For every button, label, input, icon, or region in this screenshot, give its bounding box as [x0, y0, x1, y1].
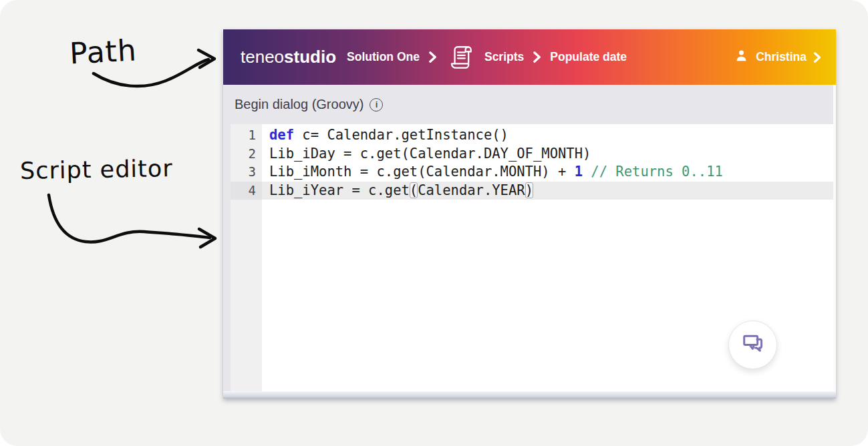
path-annotation-label: Path	[69, 33, 138, 70]
code-text[interactable]: Lib_iDay = c.get(Calendar.DAY_OF_MONTH)	[262, 145, 833, 164]
scroll-icon	[446, 43, 475, 71]
script-editor-arrow	[49, 195, 210, 242]
window-bottom-bar	[223, 391, 836, 399]
screenshot-card: Path Script editor teneostudio Solution …	[0, 0, 868, 446]
breadcrumb-scripts[interactable]: Scripts	[484, 50, 524, 64]
app-header: teneostudio Solution One	[223, 29, 836, 85]
chat-button[interactable]	[728, 320, 777, 369]
editor-title: Begin dialog (Groovy)	[235, 97, 364, 112]
chevron-right-icon	[533, 51, 541, 63]
info-icon[interactable]: i	[370, 98, 383, 112]
chevron-right-icon	[428, 51, 437, 63]
code-text[interactable]: Lib_iYear = c.get(Calendar.YEAR)	[262, 182, 833, 200]
code-text[interactable]: def c= Calendar.getInstance()	[262, 126, 833, 145]
code-text[interactable]: Lib_iMonth = c.get(Calendar.MONTH) + 1 /…	[262, 163, 833, 182]
line-number: 1	[231, 126, 262, 145]
code-lines: 1def c= Calendar.getInstance()2Lib_iDay …	[231, 126, 833, 200]
code-line[interactable]: 2Lib_iDay = c.get(Calendar.DAY_OF_MONTH)	[231, 145, 833, 164]
breadcrumb: Solution One Scripts	[347, 43, 627, 71]
chevron-right-icon	[813, 52, 821, 63]
teneo-studio-logo[interactable]: teneostudio	[241, 47, 336, 67]
breadcrumb-page: Populate date	[550, 50, 627, 64]
user-icon	[734, 48, 749, 67]
chat-bubbles-icon	[741, 332, 765, 358]
code-line[interactable]: 4Lib_iYear = c.get(Calendar.YEAR)	[231, 182, 833, 200]
user-menu[interactable]: Christina	[734, 48, 821, 67]
path-arrow-head	[198, 50, 214, 67]
line-number: 3	[231, 163, 262, 182]
editor-title-row: Begin dialog (Groovy) i	[223, 85, 833, 124]
line-number: 4	[231, 182, 262, 200]
logo-bold: studio	[284, 47, 336, 67]
code-line[interactable]: 1def c= Calendar.getInstance()	[231, 126, 833, 145]
logo-regular: teneo	[241, 47, 284, 67]
line-number: 2	[231, 145, 262, 164]
user-name: Christina	[756, 50, 807, 64]
script-editor-annotation-label: Script editor	[20, 155, 173, 184]
script-editor-arrow-head	[199, 229, 215, 247]
breadcrumb-solution[interactable]: Solution One	[347, 50, 420, 64]
code-line[interactable]: 3Lib_iMonth = c.get(Calendar.MONTH) + 1 …	[231, 163, 833, 182]
